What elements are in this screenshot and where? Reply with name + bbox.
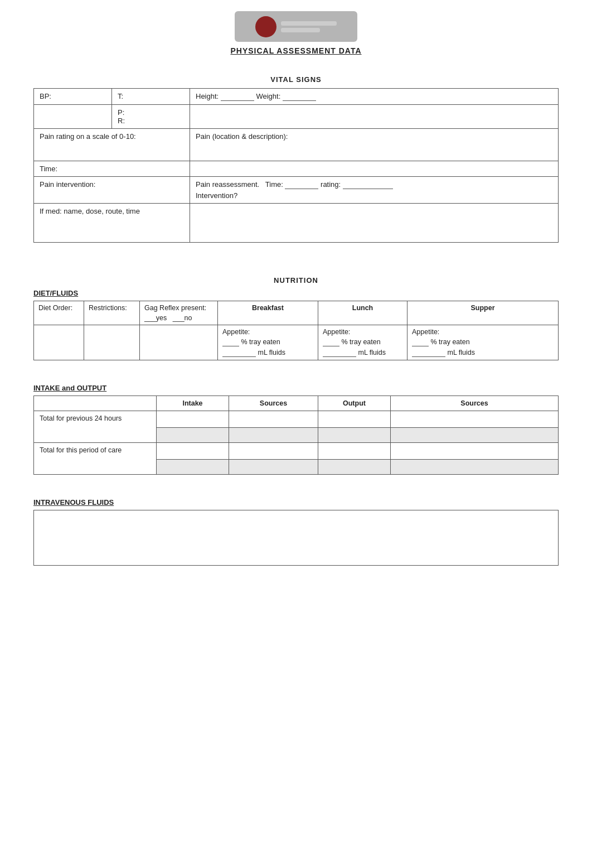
logo-text: [281, 21, 337, 32]
supper-label: Supper: [470, 304, 494, 312]
breakfast-header: Breakfast: [218, 301, 318, 325]
t-label: T:: [118, 92, 123, 100]
empty-cell-3: [190, 161, 559, 177]
empty-cell-4: [190, 204, 559, 243]
io-row2-output[interactable]: [318, 443, 391, 460]
page-title: PHYSICAL ASSESSMENT DATA: [33, 46, 559, 55]
t-cell: T:: [112, 89, 190, 105]
restrictions-header: Restrictions:: [84, 301, 140, 325]
lunch-pct-label: % tray eaten: [341, 338, 380, 346]
supper-appetite-label: Appetite:: [412, 328, 439, 336]
iv-content-area[interactable]: [33, 510, 559, 566]
pain-rating-cell: Pain rating on a scale of 0-10:: [34, 129, 190, 161]
rating-field[interactable]: [343, 180, 393, 189]
diet-table: Diet Order: Restrictions: Gag Reflex pre…: [33, 301, 559, 360]
breakfast-ml-label: mL fluids: [258, 349, 285, 356]
pain-reassessment-cell: Pain reassessment. Time: rating: Interve…: [190, 177, 559, 204]
time2-label: Time:: [265, 180, 283, 189]
time2-field[interactable]: [285, 180, 318, 189]
breakfast-appetite-label: Appetite:: [222, 328, 250, 336]
diet-order-label: Diet Order:: [38, 304, 72, 312]
io-row2-intake[interactable]: [157, 443, 229, 460]
pain-location-cell: Pain (location & description):: [190, 129, 559, 161]
time-label: Time:: [40, 165, 57, 173]
breakfast-appetite-cell: Appetite: % tray eaten mL fluids: [218, 325, 318, 360]
sources1-col-header: Sources: [229, 396, 318, 411]
lunch-appetite-label: Appetite:: [323, 328, 350, 336]
supper-pct-field[interactable]: [412, 338, 429, 346]
iv-label: INTRAVENOUS FLUIDS: [33, 498, 559, 507]
diet-order-value[interactable]: [34, 325, 84, 360]
pr-cell: P: R:: [112, 105, 190, 129]
r-label: R:: [118, 117, 184, 125]
io-row2-extra-sources2: [391, 460, 559, 475]
io-row1-sources2[interactable]: [391, 411, 559, 428]
breakfast-ml-field[interactable]: [222, 349, 256, 357]
io-table: Intake Sources Output Sources Total for …: [33, 396, 559, 475]
restrictions-label: Restrictions:: [89, 304, 127, 312]
gag-reflex-label: Gag Reflex present:: [144, 304, 213, 312]
logo-placeholder: [235, 11, 357, 42]
logo-line-2: [281, 28, 320, 32]
pain-reassessment-label: Pain reassessment.: [196, 180, 259, 189]
logo-area: [33, 11, 559, 42]
supper-ml-field[interactable]: [412, 349, 445, 357]
supper-header: Supper: [407, 301, 559, 325]
weight-label: Weight:: [256, 92, 280, 100]
if-med-label: If med: name, dose, route, time: [40, 207, 140, 215]
io-row2-sources1[interactable]: [229, 443, 318, 460]
bp-cell: BP:: [34, 89, 112, 105]
io-row2-extra-output: [318, 460, 391, 475]
io-row1-extra-intake: [157, 428, 229, 443]
lunch-appetite-cell: Appetite: % tray eaten mL fluids: [318, 325, 407, 360]
logo-line-1: [281, 21, 337, 26]
height-field[interactable]: [221, 92, 254, 101]
gag-reflex-header: Gag Reflex present: ___yes ___no: [140, 301, 218, 325]
pain-intervention-cell: Pain intervention:: [34, 177, 190, 204]
header: PHYSICAL ASSESSMENT DATA: [33, 11, 559, 55]
lunch-ml-label: mL fluids: [358, 349, 386, 356]
supper-appetite-cell: Appetite: % tray eaten mL fluids: [407, 325, 559, 360]
bp-label: BP:: [40, 92, 51, 100]
height-weight-cell: Height: Weight:: [190, 89, 559, 105]
breakfast-label: Breakfast: [252, 304, 284, 312]
io-row1-extra-sources2: [391, 428, 559, 443]
breakfast-pct-field[interactable]: [222, 338, 239, 346]
diet-fluids-label: DIET/FLUIDS: [33, 289, 559, 297]
diet-order-header: Diet Order:: [34, 301, 84, 325]
sources2-col-header: Sources: [391, 396, 559, 411]
intervention-label: Intervention?: [196, 191, 237, 200]
io-row1-intake[interactable]: [157, 411, 229, 428]
pain-intervention-label: Pain intervention:: [40, 180, 95, 189]
io-row2-sources2[interactable]: [391, 443, 559, 460]
lunch-header: Lunch: [318, 301, 407, 325]
rating-label: rating:: [321, 180, 341, 189]
io-row1-extra-output: [318, 428, 391, 443]
io-row1-extra-sources1: [229, 428, 318, 443]
time-cell: Time:: [34, 161, 190, 177]
empty-cell-1: [34, 105, 112, 129]
vital-signs-table: BP: T: Height: Weight: P: R: Pain rating…: [33, 88, 559, 243]
gag-reflex-value: [140, 325, 218, 360]
vital-signs-title: VITAL SIGNS: [33, 75, 559, 84]
yes-label: ___yes: [144, 314, 167, 322]
intake-col-header: Intake: [157, 396, 229, 411]
lunch-pct-field[interactable]: [323, 338, 339, 346]
breakfast-pct-label: % tray eaten: [241, 338, 280, 346]
intake-output-label: INTAKE and OUTPUT: [33, 384, 559, 392]
io-row2-extra-sources1: [229, 460, 318, 475]
no-label: ___no: [173, 314, 192, 322]
io-row1-sources1[interactable]: [229, 411, 318, 428]
io-row2-label: Total for this period of care: [34, 443, 157, 475]
pain-rating-label: Pain rating on a scale of 0-10:: [40, 132, 136, 141]
nutrition-section: NUTRITION DIET/FLUIDS Diet Order: Restri…: [33, 276, 559, 360]
lunch-ml-field[interactable]: [323, 349, 356, 357]
restrictions-value[interactable]: [84, 325, 140, 360]
output-col-header: Output: [318, 396, 391, 411]
p-label: P:: [118, 108, 184, 117]
weight-field[interactable]: [283, 92, 316, 101]
io-row1-output[interactable]: [318, 411, 391, 428]
io-row2-extra-intake: [157, 460, 229, 475]
iv-section: INTRAVENOUS FLUIDS: [33, 498, 559, 566]
nutrition-title: NUTRITION: [33, 276, 559, 284]
